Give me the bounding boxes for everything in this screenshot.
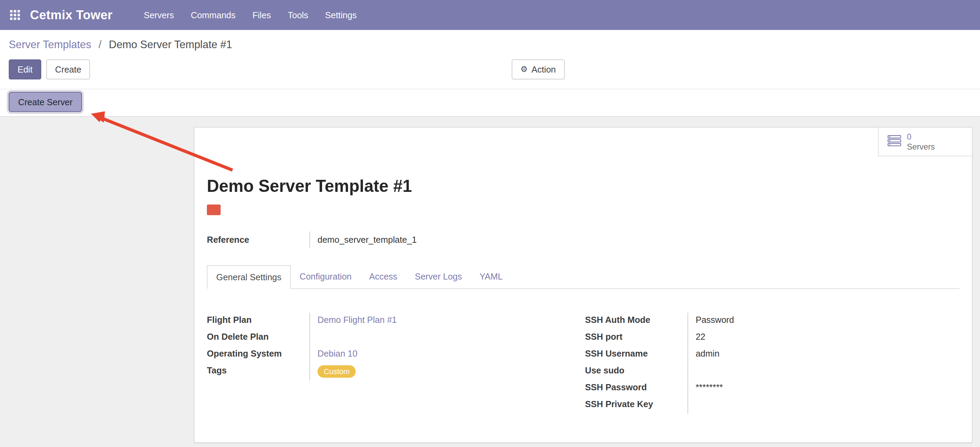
field-row-ssh-private-key: SSH Private Key [585,397,959,414]
general-settings-form: Flight Plan Demo Flight Plan #1 On Delet… [207,313,959,414]
app-window: Cetmix Tower Servers Commands Files Tool… [0,0,980,447]
main-menu: Servers Commands Files Tools Settings [144,10,357,20]
field-row-tags: Tags Custom [207,363,581,380]
field-label: SSH port [585,329,687,346]
field-label: SSH Private Key [585,397,687,414]
field-value: ******** [687,380,959,397]
field-value: 22 [687,329,959,346]
field-label: SSH Username [585,346,687,363]
create-server-button[interactable]: Create Server [9,92,82,112]
field-label: Use sudo [585,363,687,380]
nav-tools[interactable]: Tools [288,10,308,20]
field-label: SSH Password [585,380,687,397]
control-panel: Server Templates / Demo Server Template … [0,30,980,89]
field-row-ssh-username: SSH Username admin [585,346,959,363]
field-row-operating-system: Operating System Debian 10 [207,346,581,363]
field-value [309,329,581,346]
breadcrumb-parent-link[interactable]: Server Templates [9,39,91,51]
action-button-label: Action [531,64,556,74]
create-button[interactable]: Create [46,59,90,80]
field-label: Reference [207,231,309,247]
tab-yaml[interactable]: YAML [471,265,511,288]
content-area: 0 Servers Demo Server Template #1 Refere… [0,117,980,447]
breadcrumb-separator: / [99,39,102,51]
tab-general-settings[interactable]: General Settings [207,265,291,289]
field-label: Operating System [207,346,309,363]
field-row-ssh-auth-mode: SSH Auth Mode Password [585,313,959,329]
tab-configuration[interactable]: Configuration [291,265,360,288]
tag-pill: Custom [318,365,356,378]
field-value: Password [687,313,959,329]
field-row-flight-plan: Flight Plan Demo Flight Plan #1 [207,313,581,329]
breadcrumb-current: Demo Server Template #1 [109,39,232,51]
field-row-use-sudo: Use sudo [585,363,959,380]
statusbar: Create Server [0,89,980,117]
tab-access[interactable]: Access [360,265,406,288]
servers-stat-button[interactable]: 0 Servers [878,128,972,156]
servers-count-label: Servers [907,142,935,151]
field-label: On Delete Plan [207,329,309,346]
servers-icon [888,135,901,148]
form-sheet: 0 Servers Demo Server Template #1 Refere… [194,127,972,443]
field-row-reference: Reference demo_server_template_1 [207,231,595,247]
app-brand[interactable]: Cetmix Tower [30,8,112,22]
field-value [687,363,959,380]
field-row-ssh-port: SSH port 22 [585,329,959,346]
notebook-tabs: General Settings Configuration Access Se… [207,265,959,289]
control-panel-buttons: Edit Create ⚙ Action [9,59,971,89]
field-label: Flight Plan [207,313,309,329]
action-button[interactable]: ⚙ Action [512,59,565,80]
nav-settings[interactable]: Settings [325,10,357,20]
operating-system-link[interactable]: Debian 10 [309,346,581,363]
tab-server-logs[interactable]: Server Logs [406,265,471,288]
nav-servers[interactable]: Servers [144,10,174,20]
edit-button[interactable]: Edit [9,59,41,80]
apps-menu-icon[interactable] [10,10,20,20]
record-title: Demo Server Template #1 [207,178,959,196]
field-value [687,397,959,414]
flight-plan-link[interactable]: Demo Flight Plan #1 [309,313,581,329]
nav-files[interactable]: Files [253,10,271,20]
top-navbar: Cetmix Tower Servers Commands Files Tool… [0,0,980,30]
servers-count: 0 [907,132,935,142]
field-label: SSH Auth Mode [585,313,687,329]
field-label: Tags [207,363,309,380]
breadcrumb: Server Templates / Demo Server Template … [9,39,971,51]
field-row-ssh-password: SSH Password ******** [585,380,959,397]
field-value: admin [687,346,959,363]
nav-commands[interactable]: Commands [191,10,235,20]
field-row-on-delete-plan: On Delete Plan [207,329,581,346]
field-value: demo_server_template_1 [309,231,594,247]
color-picker-swatch [207,204,221,215]
gear-icon: ⚙ [520,65,528,74]
